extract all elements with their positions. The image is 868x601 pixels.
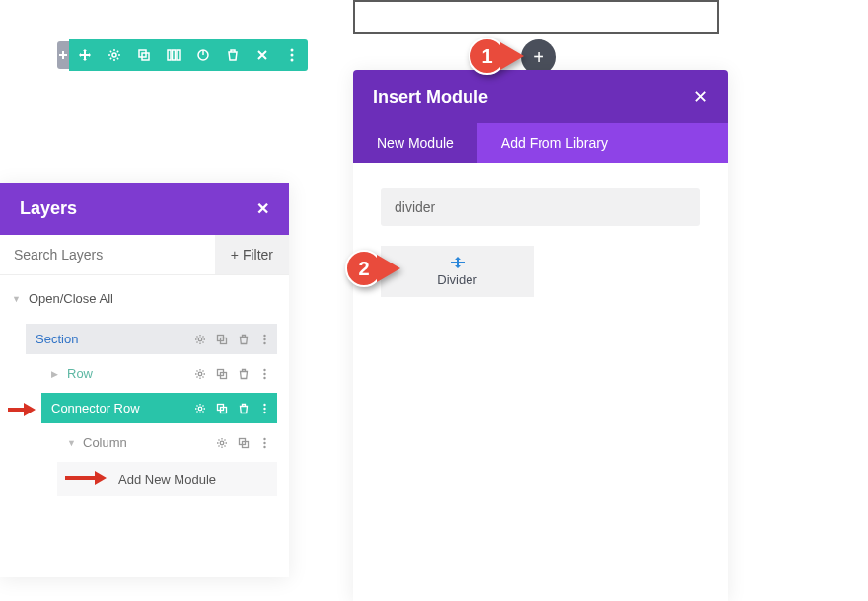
layers-title: Layers — [20, 198, 77, 219]
modal-header: Insert Module ✕ — [353, 70, 728, 123]
svg-point-27 — [263, 411, 265, 413]
gear-icon[interactable] — [193, 367, 206, 380]
svg-rect-3 — [168, 50, 171, 60]
modal-title: Insert Module — [373, 87, 488, 108]
module-label: Divider — [437, 272, 476, 287]
svg-point-28 — [220, 441, 224, 445]
divider-icon — [449, 257, 467, 268]
svg-point-32 — [263, 441, 265, 443]
duplicate-icon[interactable] — [215, 367, 228, 380]
svg-point-16 — [198, 372, 202, 376]
duplicate-icon[interactable] — [215, 333, 228, 345]
more-icon[interactable] — [284, 47, 300, 63]
move-icon[interactable] — [77, 47, 93, 63]
gear-icon[interactable] — [193, 402, 206, 414]
layers-filter-row: +Filter — [0, 235, 289, 275]
layers-panel: Layers ✕ +Filter ▼ Open/Close All Sectio… — [0, 183, 289, 577]
svg-point-13 — [263, 334, 265, 336]
more-icon[interactable] — [258, 402, 271, 414]
svg-point-15 — [263, 341, 265, 343]
duplicate-icon[interactable] — [237, 436, 250, 449]
trash-icon[interactable] — [237, 333, 250, 345]
chevron-down-icon: ▼ — [67, 438, 77, 448]
more-icon[interactable] — [258, 333, 271, 345]
toolbar-teal — [69, 39, 308, 71]
layers-search-input[interactable] — [0, 235, 215, 274]
filter-button[interactable]: +Filter — [215, 235, 289, 274]
annotation-arrow-2 — [65, 473, 107, 483]
preview-module-box[interactable] — [353, 0, 719, 34]
toolbar-add-side[interactable] — [57, 41, 69, 69]
svg-point-14 — [263, 338, 265, 339]
duplicate-icon[interactable] — [215, 402, 228, 414]
svg-point-31 — [263, 437, 265, 439]
svg-point-33 — [263, 445, 265, 447]
layers-header: Layers ✕ — [0, 183, 289, 235]
duplicate-icon[interactable] — [136, 47, 152, 63]
svg-point-9 — [291, 59, 294, 62]
svg-rect-4 — [173, 50, 176, 60]
svg-point-26 — [263, 407, 265, 409]
open-close-all[interactable]: ▼ Open/Close All — [0, 275, 289, 322]
insert-module-modal: Insert Module ✕ New Module Add From Libr… — [353, 70, 728, 601]
trash-icon[interactable] — [237, 367, 250, 380]
layer-section[interactable]: Section — [26, 324, 277, 354]
svg-point-20 — [263, 372, 265, 374]
row-toolbar — [57, 39, 308, 71]
tab-new-module[interactable]: New Module — [353, 123, 477, 163]
trash-icon[interactable] — [237, 402, 250, 414]
svg-point-19 — [263, 368, 265, 370]
plus-icon: + — [231, 247, 239, 263]
modal-tabs: New Module Add From Library — [353, 123, 728, 163]
more-icon[interactable] — [258, 367, 271, 380]
columns-icon[interactable] — [166, 47, 181, 63]
chevron-down-icon: ▼ — [12, 294, 21, 304]
more-icon[interactable] — [258, 436, 271, 449]
gear-icon[interactable] — [215, 436, 228, 449]
trash-icon[interactable] — [225, 47, 241, 63]
svg-point-21 — [263, 376, 265, 378]
svg-point-25 — [263, 403, 265, 405]
close-icon[interactable]: ✕ — [693, 86, 708, 108]
module-divider[interactable]: Divider — [381, 246, 534, 297]
layer-connector-row[interactable]: Connector Row — [41, 393, 277, 423]
callout-pointer — [377, 255, 400, 282]
callout-1: 1 — [469, 38, 524, 75]
svg-rect-5 — [177, 50, 180, 60]
close-icon[interactable] — [254, 47, 270, 63]
chevron-right-icon: ▶ — [51, 369, 61, 379]
svg-point-8 — [291, 54, 294, 57]
modal-body: Divider — [353, 163, 728, 323]
callout-pointer — [500, 42, 524, 70]
layer-column[interactable]: ▼ Column — [57, 427, 277, 458]
close-icon[interactable]: ✕ — [256, 199, 269, 218]
callout-2: 2 — [345, 250, 400, 287]
layer-row[interactable]: ▶ Row — [41, 358, 277, 389]
gear-icon[interactable] — [193, 333, 206, 345]
gear-icon[interactable] — [107, 47, 122, 63]
annotation-arrow-1 — [8, 405, 36, 414]
svg-point-7 — [291, 49, 294, 52]
svg-point-0 — [112, 53, 116, 57]
module-search-input[interactable] — [381, 188, 700, 226]
svg-point-22 — [198, 407, 202, 411]
power-icon[interactable] — [195, 47, 211, 63]
svg-point-10 — [198, 338, 202, 341]
tab-add-from-library[interactable]: Add From Library — [477, 123, 631, 163]
